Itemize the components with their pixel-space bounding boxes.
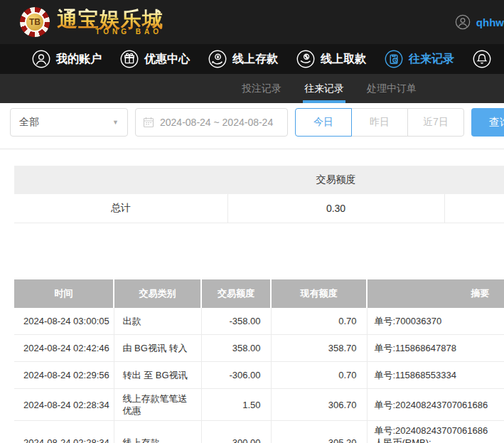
cell-time: 2024-08-24 02:28:34 [14,389,114,421]
transaction-row: 2024-08-24 02:42:46 由 BG视讯 转入 358.00 358… [14,335,504,362]
withdraw-icon [296,50,315,68]
cell-balance: 0.70 [271,362,367,389]
nav-item-label: 线上取款 [321,52,366,67]
col-header-type: 交易类别 [114,279,201,308]
cell-time: 2024-08-24 02:28:34 [14,421,114,443]
site-title: 通宝娱乐城 [57,9,163,30]
transactions-header-row: 时间 交易类别 交易额度 现有额度 摘要 [14,279,504,308]
date-range-value: 2024-08-24 ~ 2024-08-24 [160,117,273,128]
cell-type: 转出 至 BG视讯 [114,362,201,389]
nav-item-my-account[interactable]: 我的账户 [32,50,102,68]
today-button[interactable]: 今日 [295,108,352,137]
bell-icon [473,50,491,68]
transaction-row: 2024-08-24 02:28:34 线上存款 300.00 305.20 单… [14,421,504,443]
summary-total-value: 0.30 [227,194,444,223]
username-label: qhhw [476,16,504,28]
logo-tb-monogram: TB [25,12,45,32]
top-bar: TB 通宝娱乐城 TONG BAO qhhw [0,0,504,44]
nav-item-announcements[interactable] [473,50,504,68]
nav-item-label: 线上存款 [232,52,278,67]
summary-header-label: 交易额度 [227,166,444,194]
cell-time: 2024-08-24 02:42:46 [14,335,114,362]
nav-item-withdraw[interactable]: 线上取款 [296,50,366,68]
col-header-balance: 现有额度 [271,279,367,308]
cell-balance: 306.70 [271,389,367,421]
cell-summary: 单号:115868647878 [367,335,504,362]
cell-type: 线上存款 [114,421,201,443]
cell-summary: 单号:115868553334 [367,362,504,389]
site-logo[interactable]: TB 通宝娱乐城 TONG BAO [20,7,163,37]
records-icon [385,50,403,68]
cell-balance: 305.20 [271,421,367,443]
user-account-menu[interactable]: qhhw [455,0,504,44]
records-subnav: 投注记录 往来记录 处理中订单 [0,74,504,103]
transactions-table: 时间 交易类别 交易额度 现有额度 摘要 2024-08-24 03:00:05… [14,279,504,443]
cell-amount: -358.00 [201,308,271,335]
quick-date-button-group: 今日 昨日 近7日 [295,108,464,137]
cell-type: 出款 [114,308,201,335]
filter-bar: 全部 ▼ 2024-08-24 ~ 2024-08-24 今日 昨日 近7日 查… [10,108,504,137]
transaction-row: 2024-08-24 02:29:56 转出 至 BG视讯 -306.00 0.… [14,362,504,389]
yesterday-button[interactable]: 昨日 [351,108,408,137]
chevron-down-icon: ▼ [112,119,119,126]
account-icon [32,50,50,68]
col-header-amount: 交易额度 [201,279,271,308]
site-subtitle: TONG BAO [57,28,163,36]
dropdown-selected-value: 全部 [19,116,39,129]
promo-icon [120,50,139,68]
main-navigation: 我的账户 优惠中心 线上存款 [0,44,504,74]
nav-item-promotions[interactable]: 优惠中心 [120,50,190,68]
cell-type: 线上存款笔笔送优惠 [114,389,201,421]
calendar-icon [143,117,154,128]
col-header-time: 时间 [14,279,114,308]
cell-summary: 单号:202408243707061686 人民币(RMB): 300 [367,421,504,443]
user-avatar-icon [455,14,471,30]
casino-chip-logo-icon: TB [20,7,50,37]
cell-time: 2024-08-24 03:00:05 [14,308,114,335]
transaction-type-dropdown[interactable]: 全部 ▼ [10,108,128,137]
date-range-input[interactable]: 2024-08-24 ~ 2024-08-24 [135,108,288,137]
last7days-button[interactable]: 近7日 [407,108,464,137]
cell-summary: 单号:700036370 [367,308,504,335]
deposit-icon [208,50,227,68]
cell-amount: 1.50 [201,389,271,421]
cell-type: 由 BG视讯 转入 [114,335,201,362]
cell-balance: 0.70 [271,308,367,335]
cell-balance: 358.70 [271,335,367,362]
nav-item-label: 优惠中心 [144,52,190,67]
cell-summary: 单号:202408243707061686 [367,389,504,421]
tab-betting-records[interactable]: 投注记录 [242,74,282,103]
nav-item-label: 我的账户 [56,52,102,67]
nav-item-label: 往来记录 [409,52,454,67]
nav-item-records[interactable]: 往来记录 [385,50,454,68]
summary-total-label: 总计 [14,194,227,223]
summary-table: 交易额度 总计 0.30 [14,166,504,223]
search-button[interactable]: 查询 [471,108,504,137]
transaction-row: 2024-08-24 03:00:05 出款 -358.00 0.70 单号:7… [14,308,504,335]
cell-amount: 300.00 [201,421,271,443]
tab-transaction-records[interactable]: 往来记录 [304,74,344,103]
section-divider [0,149,504,149]
tab-pending-orders[interactable]: 处理中订单 [367,74,417,103]
summary-total-row: 总计 0.30 [14,194,504,223]
nav-item-deposit[interactable]: 线上存款 [208,50,278,68]
cell-amount: -306.00 [201,362,271,389]
transaction-row: 2024-08-24 02:28:34 线上存款笔笔送优惠 1.50 306.7… [14,389,504,421]
cell-time: 2024-08-24 02:29:56 [14,362,114,389]
col-header-summary: 摘要 [367,279,504,308]
cell-amount: 358.00 [201,335,271,362]
summary-header-row: 交易额度 [14,166,504,194]
